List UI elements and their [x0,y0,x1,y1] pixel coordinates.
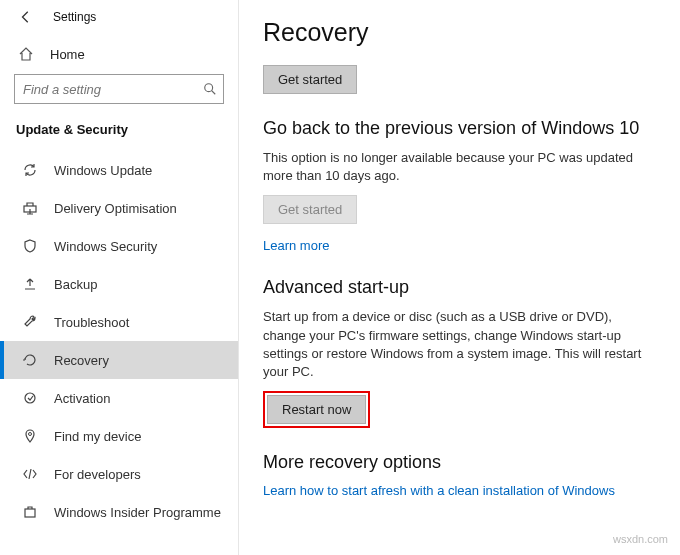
sync-icon [22,162,38,178]
restart-now-highlight: Restart now [263,391,370,428]
home-link[interactable]: Home [0,38,238,74]
developers-icon [22,466,38,482]
search-input-wrap[interactable] [14,74,224,104]
sidebar-item-label: For developers [54,467,141,482]
sidebar-item-label: Backup [54,277,97,292]
backup-icon [22,276,38,292]
restart-now-button[interactable]: Restart now [267,395,366,424]
home-icon [18,46,34,62]
more-recovery-heading: More recovery options [263,452,656,473]
page-title: Recovery [263,18,656,47]
sidebar-item-label: Windows Security [54,239,157,254]
titlebar-label: Settings [53,10,96,24]
delivery-icon [22,200,38,216]
goback-body: This option is no longer available becau… [263,149,643,185]
sidebar-item-windows-security[interactable]: Windows Security [0,227,238,265]
sidebar-section-header: Update & Security [0,118,238,151]
goback-get-started-button: Get started [263,195,357,224]
insider-icon [22,504,38,520]
shield-icon [22,238,38,254]
sidebar-nav: Windows Update Delivery Optimisation Win… [0,151,238,531]
sidebar-item-find-my-device[interactable]: Find my device [0,417,238,455]
sidebar-item-label: Troubleshoot [54,315,129,330]
sidebar-item-label: Find my device [54,429,141,444]
sidebar-item-troubleshoot[interactable]: Troubleshoot [0,303,238,341]
svg-point-3 [25,393,35,403]
svg-point-4 [29,433,32,436]
back-arrow-icon[interactable] [19,10,33,24]
recovery-icon [22,352,38,368]
sidebar-item-label: Activation [54,391,110,406]
get-started-button[interactable]: Get started [263,65,357,94]
svg-point-0 [205,84,213,92]
search-input[interactable] [23,82,203,97]
advanced-heading: Advanced start-up [263,277,656,298]
watermark: wsxdn.com [613,533,668,545]
location-icon [22,428,38,444]
titlebar: Settings [0,10,238,38]
sidebar-item-backup[interactable]: Backup [0,265,238,303]
svg-line-1 [212,91,216,95]
home-label: Home [50,47,85,62]
sidebar-item-windows-update[interactable]: Windows Update [0,151,238,189]
wrench-icon [22,314,38,330]
sidebar-item-recovery[interactable]: Recovery [0,341,238,379]
search-icon [203,82,217,96]
goback-heading: Go back to the previous version of Windo… [263,118,656,139]
sidebar: Settings Home Update & Security Windows … [0,0,239,555]
main-content: Recovery Get started Go back to the prev… [239,0,680,555]
sidebar-item-label: Windows Update [54,163,152,178]
clean-install-link[interactable]: Learn how to start afresh with a clean i… [263,483,615,498]
sidebar-item-label: Delivery Optimisation [54,201,177,216]
activation-icon [22,390,38,406]
sidebar-item-activation[interactable]: Activation [0,379,238,417]
svg-rect-5 [25,509,35,517]
sidebar-item-delivery-optimisation[interactable]: Delivery Optimisation [0,189,238,227]
advanced-body: Start up from a device or disc (such as … [263,308,643,381]
sidebar-item-label: Recovery [54,353,109,368]
sidebar-item-label: Windows Insider Programme [54,505,221,520]
sidebar-item-insider-programme[interactable]: Windows Insider Programme [0,493,238,531]
learn-more-link[interactable]: Learn more [263,238,329,253]
sidebar-item-for-developers[interactable]: For developers [0,455,238,493]
